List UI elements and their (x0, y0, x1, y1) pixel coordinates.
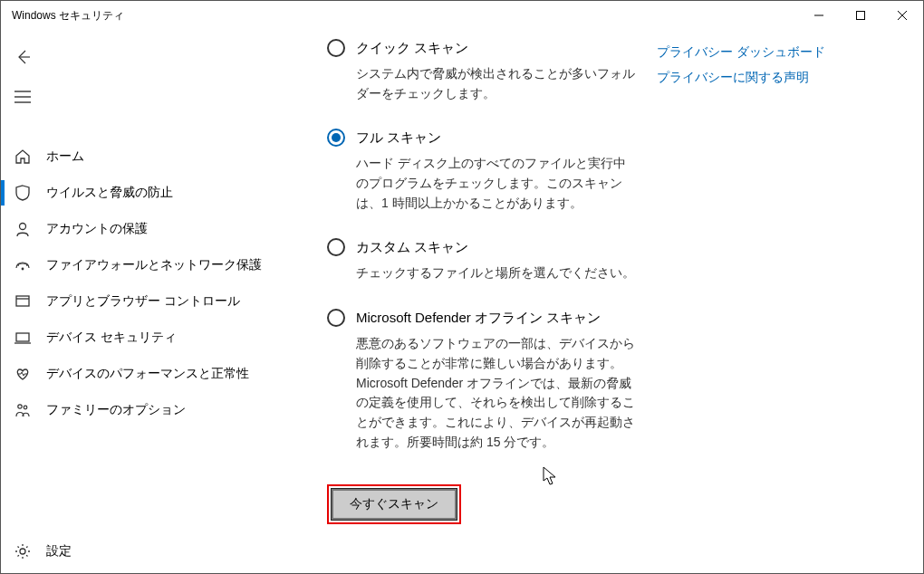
window-controls (798, 1, 923, 30)
scan-title: カスタム スキャン (356, 239, 468, 256)
nav-label: アプリとブラウザー コントロール (46, 293, 240, 310)
sidebar: ホーム ウイルスと脅威の防止 アカウントの保護 ファイアウォールとネットワーク保… (1, 30, 291, 573)
app-icon (14, 292, 32, 311)
shield-icon (14, 184, 32, 202)
nav-item-virus[interactable]: ウイルスと脅威の防止 (1, 175, 291, 211)
scan-desc: 悪意のあるソフトウェアの一部は、デバイスから削除することが非常に難しい場合があり… (356, 334, 635, 452)
nav-item-performance[interactable]: デバイスのパフォーマンスと正常性 (1, 356, 291, 392)
menu-button[interactable] (1, 77, 44, 117)
svg-rect-1 (857, 12, 865, 20)
nav-label: ウイルスと脅威の防止 (46, 185, 173, 201)
nav-label: デバイス セキュリティ (46, 330, 177, 346)
radio-full[interactable] (327, 129, 345, 147)
scan-options: クイック スキャン システム内で脅威が検出されることが多いフォルダーをチェックし… (327, 39, 635, 573)
scan-title: Microsoft Defender オフライン スキャン (356, 310, 601, 327)
scan-title: クイック スキャン (356, 40, 468, 57)
nav-label: デバイスのパフォーマンスと正常性 (46, 366, 249, 382)
maximize-button[interactable] (840, 1, 881, 30)
nav-item-family[interactable]: ファミリーのオプション (1, 392, 291, 428)
network-icon (14, 256, 32, 274)
scan-title: フル スキャン (356, 129, 441, 147)
device-icon (14, 329, 32, 347)
window-title: Windows セキュリティ (12, 8, 798, 24)
nav-item-device-security[interactable]: デバイス セキュリティ (1, 320, 291, 356)
svg-point-14 (18, 405, 22, 408)
scan-option-full: フル スキャン ハード ディスク上のすべてのファイルと実行中のプログラムをチェッ… (327, 129, 635, 213)
cursor-icon (543, 466, 559, 486)
settings-label: 設定 (46, 543, 72, 560)
svg-point-9 (22, 268, 24, 271)
scan-option-custom: カスタム スキャン チェックするファイルと場所を選んでください。 (327, 238, 635, 283)
minimize-button[interactable] (798, 1, 840, 30)
svg-rect-10 (16, 296, 29, 306)
close-button[interactable] (881, 1, 923, 30)
nav-item-firewall[interactable]: ファイアウォールとネットワーク保護 (1, 247, 291, 283)
nav-item-settings[interactable]: 設定 (1, 533, 291, 569)
nav-item-home[interactable]: ホーム (1, 139, 291, 175)
scan-desc: ハード ディスク上のすべてのファイルと実行中のプログラムをチェックします。このス… (356, 154, 635, 213)
scan-button-highlight: 今すぐスキャン (327, 484, 461, 524)
nav-item-app-browser[interactable]: アプリとブラウザー コントロール (1, 283, 291, 320)
radio-offline[interactable] (327, 309, 345, 327)
home-icon (14, 148, 32, 166)
svg-rect-12 (16, 333, 29, 341)
svg-point-8 (20, 224, 26, 230)
scan-desc: システム内で脅威が検出されることが多いフォルダーをチェックします。 (356, 64, 635, 103)
scan-option-quick: クイック スキャン システム内で脅威が検出されることが多いフォルダーをチェックし… (327, 39, 635, 103)
nav-label: ファミリーのオプション (46, 402, 186, 418)
heart-icon (14, 365, 32, 383)
gear-icon (14, 542, 32, 560)
svg-point-16 (20, 549, 25, 554)
nav-list: ホーム ウイルスと脅威の防止 アカウントの保護 ファイアウォールとネットワーク保… (1, 139, 291, 533)
scan-desc: チェックするファイルと場所を選んでください。 (356, 263, 635, 283)
titlebar: Windows セキュリティ (1, 1, 923, 30)
account-icon (14, 220, 32, 238)
scan-option-offline: Microsoft Defender オフライン スキャン 悪意のあるソフトウェ… (327, 309, 635, 452)
nav-label: アカウントの保護 (46, 221, 148, 237)
scan-now-button[interactable]: 今すぐスキャン (332, 489, 457, 520)
main-content: クイック スキャン システム内で脅威が検出されることが多いフォルダーをチェックし… (291, 30, 923, 573)
svg-point-15 (24, 406, 27, 409)
nav-label: ファイアウォールとネットワーク保護 (46, 257, 262, 273)
link-privacy-dashboard[interactable]: プライバシー ダッシュボード (657, 44, 825, 61)
link-privacy-statement[interactable]: プライバシーに関する声明 (657, 70, 825, 86)
nav-label: ホーム (46, 148, 84, 165)
nav-item-account[interactable]: アカウントの保護 (1, 211, 291, 247)
radio-custom[interactable] (327, 238, 345, 256)
back-button[interactable] (1, 37, 44, 77)
radio-quick[interactable] (327, 39, 345, 57)
links-panel: プライバシー ダッシュボード プライバシーに関する声明 (657, 39, 825, 573)
family-icon (14, 401, 32, 419)
